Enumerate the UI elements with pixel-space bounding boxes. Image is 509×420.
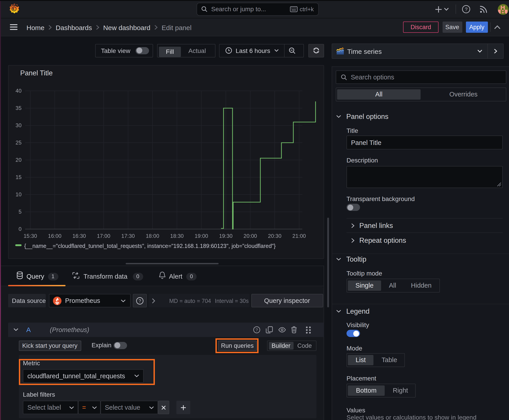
svg-text:15:30: 15:30 — [23, 233, 37, 239]
svg-text:16:00: 16:00 — [48, 233, 61, 239]
svg-text:0: 0 — [19, 226, 22, 232]
svg-text:18:30: 18:30 — [170, 233, 183, 239]
svg-text:{__name__="cloudflared_tunnel_: {__name__="cloudflared_tunnel_total_requ… — [24, 242, 276, 249]
svg-text:19:00: 19:00 — [195, 233, 208, 239]
svg-text:30: 30 — [15, 122, 22, 128]
svg-text:15: 15 — [15, 174, 22, 180]
svg-text:25: 25 — [15, 139, 22, 145]
svg-text:18:00: 18:00 — [146, 233, 159, 239]
svg-text:?: ? — [465, 7, 467, 12]
svg-text:17:30: 17:30 — [122, 233, 135, 239]
svg-text:19:30: 19:30 — [219, 233, 233, 239]
svg-text:5: 5 — [19, 209, 22, 215]
svg-text:17:00: 17:00 — [97, 233, 110, 239]
svg-text:21:00: 21:00 — [292, 233, 306, 239]
svg-text:?: ? — [256, 328, 258, 332]
svg-text:10: 10 — [15, 191, 22, 197]
svg-text:40: 40 — [15, 88, 22, 94]
svg-text:20:00: 20:00 — [243, 233, 257, 239]
svg-text:?: ? — [138, 298, 141, 303]
svg-text:20:30: 20:30 — [268, 233, 281, 239]
svg-text:16:30: 16:30 — [73, 233, 86, 239]
svg-text:20: 20 — [15, 157, 22, 163]
svg-text:35: 35 — [15, 105, 22, 111]
